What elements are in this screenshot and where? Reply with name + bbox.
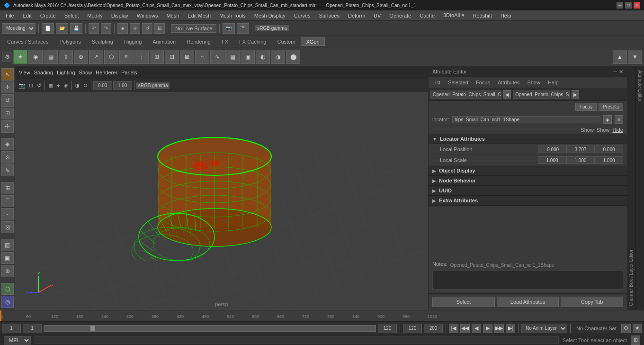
xgen-tool-17[interactable]: ◐: [256, 50, 270, 64]
no-live-surface-btn[interactable]: No Live Surface: [171, 24, 216, 33]
attribute-editor-vertical-tab[interactable]: Channel Box / Layer Editor: [627, 66, 635, 310]
xgen-tool-1[interactable]: ✦: [13, 50, 27, 64]
focus-button[interactable]: Focus: [575, 103, 597, 111]
file-save-btn[interactable]: 💾: [70, 23, 82, 34]
copy-tab-button[interactable]: Copy Tab: [561, 297, 623, 307]
xgen-tool-15[interactable]: ▦: [225, 50, 240, 64]
local-pos-y[interactable]: [566, 145, 595, 153]
menu-mesh-tools[interactable]: Mesh Tools: [215, 12, 249, 19]
menu-edit[interactable]: Edit: [19, 12, 36, 19]
timeline-range-slider[interactable]: [44, 325, 376, 332]
local-pos-x[interactable]: [538, 145, 566, 153]
tab-rigging[interactable]: Rigging: [119, 37, 147, 46]
render-region[interactable]: ▣: [1, 252, 14, 264]
vp-menu-lighting[interactable]: Lighting: [57, 70, 75, 75]
viewport-canvas[interactable]: persp X Y Z: [15, 92, 428, 310]
paint-select[interactable]: ✎: [1, 164, 14, 177]
menu-modify[interactable]: Modify: [83, 12, 106, 19]
command-mode-select[interactable]: MEL: [4, 336, 31, 345]
script-editor-btn[interactable]: ⊞: [631, 336, 640, 345]
start-frame-input[interactable]: [2, 324, 21, 333]
select-tool[interactable]: ↖: [1, 68, 14, 81]
snap-view[interactable]: ⊠: [1, 221, 14, 234]
tab-curves-surfaces[interactable]: Curves / Surfaces: [2, 37, 54, 46]
snap-grid[interactable]: ⊞: [1, 182, 14, 194]
playback-play[interactable]: ▶: [483, 324, 492, 333]
select-button[interactable]: Select: [432, 297, 495, 307]
xgen-tool-2[interactable]: ◉: [28, 50, 43, 64]
xgen-tool-18[interactable]: ◑: [271, 50, 285, 64]
undo-btn[interactable]: ↶: [89, 23, 99, 34]
snap-point[interactable]: ·: [1, 208, 14, 220]
tab-fx-caching[interactable]: FX Caching: [234, 37, 271, 46]
hide-link[interactable]: Hide: [612, 127, 623, 133]
menu-display[interactable]: Display: [107, 12, 132, 19]
xgen-tool-settings[interactable]: ⚙: [2, 52, 12, 62]
menu-file[interactable]: File: [2, 12, 18, 19]
node-prev-arrow[interactable]: ◀: [503, 90, 511, 99]
camera-btn[interactable]: 📷: [223, 23, 235, 34]
snap-curve[interactable]: ⌒: [1, 195, 14, 208]
local-pos-z[interactable]: [595, 145, 623, 153]
vp-tb-smooth[interactable]: ●: [55, 82, 62, 89]
attr-tab-help[interactable]: Help: [546, 79, 561, 86]
attr-tab-selected[interactable]: Selected: [446, 79, 470, 86]
tab-fx[interactable]: FX: [216, 37, 233, 46]
attr-editor-close[interactable]: ✕: [619, 69, 623, 75]
end-frame-input[interactable]: [378, 324, 397, 333]
tab-xgen[interactable]: XGen: [301, 37, 324, 46]
local-scale-y[interactable]: [566, 156, 595, 164]
move-tool[interactable]: ✛: [1, 82, 14, 94]
rotate-tool[interactable]: ↺: [1, 94, 14, 107]
vp-tb-sel[interactable]: ⊡: [27, 82, 35, 90]
maximize-button[interactable]: □: [625, 2, 632, 9]
playback-skip-start[interactable]: |◀: [449, 324, 458, 333]
attr-tab-attributes[interactable]: Attributes: [496, 79, 521, 86]
presets-button[interactable]: Presets: [599, 103, 623, 111]
attr-tab-show[interactable]: Show: [525, 79, 542, 86]
tab-rendering[interactable]: Rendering: [181, 37, 216, 46]
vp-far-clip[interactable]: [113, 81, 132, 90]
xgen-tool-4[interactable]: ⇧: [59, 50, 73, 64]
attr-tab-list[interactable]: List: [430, 79, 442, 86]
menu-windows[interactable]: Windows: [133, 12, 162, 19]
timeline-ruler[interactable]: 1 60 120 180 240 300 360 420 480 540 600…: [0, 310, 644, 321]
mode-dropdown[interactable]: Modeling: [2, 23, 36, 34]
xgen-tool-16[interactable]: ▣: [241, 50, 255, 64]
show-link[interactable]: Show: [597, 127, 610, 133]
anim-layer-select[interactable]: No Anim Layer: [521, 324, 567, 333]
playback-skip-end[interactable]: ▶|: [506, 324, 515, 333]
xgen-tool-12[interactable]: ⊠: [180, 50, 194, 64]
playback-end-input[interactable]: [403, 324, 422, 333]
node-name-2[interactable]: Opened_Potato_Chips_Sma: [513, 91, 570, 99]
rotate-btn[interactable]: ↺: [142, 23, 152, 34]
menu-mesh-display[interactable]: Mesh Display: [250, 12, 289, 19]
menu-surfaces[interactable]: Surfaces: [315, 12, 343, 19]
notes-textarea[interactable]: [432, 271, 623, 290]
playback-forward[interactable]: ▶▶: [494, 324, 504, 333]
xgen-tool-6[interactable]: ↗: [89, 50, 103, 64]
scale-tool[interactable]: ⊡: [1, 108, 14, 120]
xgen-tool-9[interactable]: ↕: [134, 50, 149, 64]
file-new-btn[interactable]: 📄: [42, 23, 54, 34]
menu-uv[interactable]: UV: [370, 12, 385, 19]
show-manip[interactable]: ⊛: [1, 265, 14, 277]
vp-menu-view[interactable]: View: [19, 70, 30, 75]
vp-near-clip[interactable]: [93, 81, 112, 90]
attr-editor-side-tab[interactable]: Attribute Editor: [635, 66, 644, 310]
tab-custom[interactable]: Custom: [272, 37, 301, 46]
vp-tb-xray[interactable]: ◑: [73, 82, 81, 90]
file-open-btn[interactable]: 📂: [56, 23, 68, 34]
menu-select[interactable]: Select: [61, 12, 83, 19]
render-btn[interactable]: 🎬: [237, 23, 249, 34]
locator-pick-icon[interactable]: ◈: [603, 115, 612, 124]
command-input[interactable]: [35, 336, 559, 344]
section-node-behavior[interactable]: ▶ Node Behavior: [429, 176, 627, 186]
vp-tb-cam[interactable]: 📷: [17, 82, 27, 90]
node-next-arrow[interactable]: ▶: [572, 90, 579, 99]
vp-menu-panels[interactable]: Panels: [121, 70, 137, 75]
redo-btn[interactable]: ↷: [101, 23, 111, 34]
locator-clear-icon[interactable]: ✕: [615, 115, 623, 124]
xgen-tool-14[interactable]: ∿: [210, 50, 224, 64]
playback-back[interactable]: ◀: [472, 324, 481, 333]
